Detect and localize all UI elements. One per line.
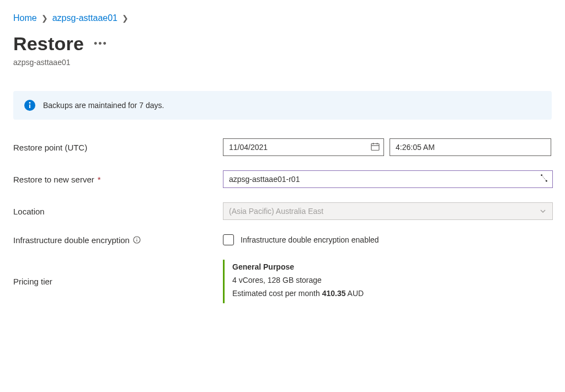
pricing-tier-name: General Purpose — [232, 261, 553, 274]
more-actions-button[interactable]: ••• — [94, 38, 108, 50]
info-banner: Backups are maintained for 7 days. — [13, 91, 552, 120]
breadcrumb-home[interactable]: Home — [13, 13, 37, 23]
location-select: (Asia Pacific) Australia East — [223, 202, 553, 220]
encryption-checkbox[interactable] — [223, 234, 234, 245]
new-server-input[interactable] — [223, 170, 553, 188]
chevron-right-icon: ❯ — [41, 14, 48, 23]
expand-icon — [540, 174, 548, 182]
page-title: Restore — [13, 33, 84, 55]
svg-point-2 — [29, 102, 31, 104]
pricing-tier-block: General Purpose 4 vCores, 128 GB storage… — [223, 260, 553, 303]
svg-rect-1 — [29, 105, 30, 109]
pricing-tier-label: Pricing tier — [13, 277, 217, 286]
encryption-label: Infrastructure double encryption — [13, 235, 217, 245]
pricing-tier-spec: 4 vCores, 128 GB storage — [232, 274, 553, 287]
restore-point-label: Restore point (UTC) — [13, 143, 217, 152]
chevron-down-icon — [539, 207, 547, 215]
breadcrumb: Home ❯ azpsg-asttaae01 ❯ — [13, 13, 552, 23]
encryption-checkbox-label: Infrastructure double encryption enabled — [241, 235, 379, 244]
new-server-label: Restore to new server * — [13, 175, 217, 184]
svg-line-9 — [542, 175, 547, 181]
svg-point-12 — [136, 238, 137, 238]
chevron-right-icon: ❯ — [122, 14, 129, 23]
page-subtitle: azpsg-asttaae01 — [13, 58, 552, 67]
info-icon — [24, 100, 35, 111]
restore-date-input[interactable] — [223, 138, 384, 156]
info-outline-icon[interactable] — [133, 236, 141, 244]
pricing-tier-cost: Estimated cost per month 410.35 AUD — [232, 287, 553, 300]
restore-time-input[interactable] — [390, 138, 551, 156]
location-value: (Asia Pacific) Australia East — [229, 207, 323, 216]
required-indicator: * — [98, 175, 101, 184]
info-message: Backups are maintained for 7 days. — [43, 101, 164, 110]
location-label: Location — [13, 207, 217, 216]
breadcrumb-resource[interactable]: azpsg-asttaae01 — [52, 13, 118, 23]
